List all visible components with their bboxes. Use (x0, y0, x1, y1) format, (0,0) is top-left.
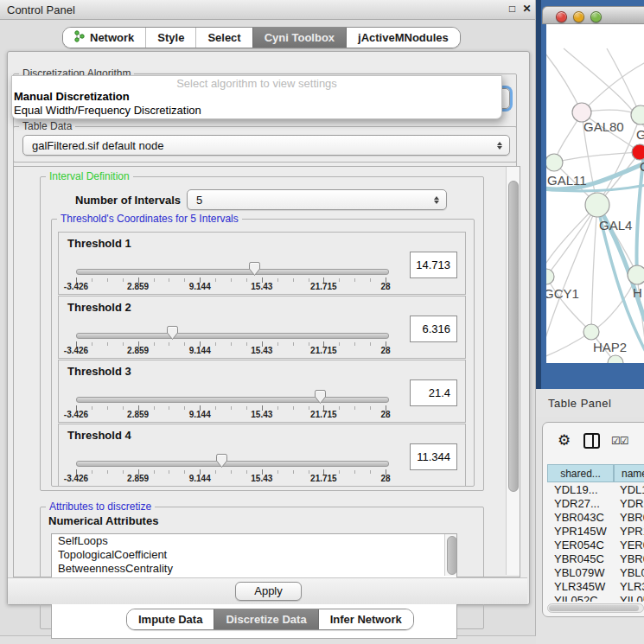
attributes-list-scrollbar[interactable] (444, 534, 456, 576)
slider-tick (339, 342, 340, 346)
settings-vertical-scrollbar[interactable] (506, 167, 520, 575)
network-node-node-g[interactable] (631, 105, 644, 124)
column-header-shared-name[interactable]: shared... (547, 464, 614, 482)
control-panel-title: Control Panel (7, 3, 75, 16)
slider-tick (154, 342, 155, 346)
slider-tick (339, 470, 340, 474)
network-edge[interactable] (607, 48, 641, 115)
threshold-value-field[interactable]: 21.4 (410, 379, 457, 406)
slider-tick (309, 342, 309, 346)
threshold-slider-track[interactable] (76, 269, 389, 275)
network-edge[interactable] (546, 48, 582, 112)
network-edge[interactable] (582, 62, 644, 112)
slider-tick (246, 342, 247, 346)
tab-cyni-toolbox[interactable]: Cyni Toolbox (252, 28, 346, 48)
table-data-combobox[interactable]: galFiltered.sif default node (22, 135, 510, 156)
column-chooser-icon[interactable] (583, 433, 600, 449)
threshold-slider-handle[interactable] (314, 389, 327, 405)
slider-tick-label: 2.859 (127, 410, 149, 419)
algorithm-option-equal-width[interactable]: Equal Width/Frequency Discretization (12, 104, 501, 118)
slider-tick (169, 342, 169, 346)
slider-tick (92, 278, 92, 282)
cell-shared-name: YDR27... (554, 497, 600, 510)
slider-tick (354, 342, 355, 346)
tab-discretize-data[interactable]: Discretize Data (214, 609, 317, 629)
mac-minimize-button[interactable] (573, 11, 584, 22)
slider-tick-label: 2.859 (127, 282, 149, 291)
slider-tick (215, 470, 216, 474)
cell-shared-name: YER054C (554, 539, 604, 552)
cell-shared-name: YLR345W (554, 580, 605, 593)
float-window-icon[interactable]: □ (506, 3, 519, 16)
threshold-label: Threshold 1 (67, 237, 131, 250)
column-header-name[interactable]: name (614, 464, 644, 482)
cell-shared-name: YIL052C (554, 594, 598, 602)
threshold-slider-handle[interactable] (248, 261, 261, 277)
slider-tick-label: 9.144 (189, 410, 211, 419)
slider-tick-label: 15.43 (251, 282, 272, 291)
threshold-slider-track[interactable] (76, 333, 389, 339)
mac-close-button[interactable] (556, 11, 567, 22)
cell-name: YBL07 (620, 566, 644, 579)
network-canvas[interactable]: GAL80GCGAL11GAL4GCY1HHAP2 (546, 24, 644, 363)
threshold-value-field[interactable]: 11.344 (410, 443, 457, 470)
slider-tick-label: 28 (380, 474, 390, 483)
slider-tick-label: 21.715 (310, 346, 337, 355)
slider-tick (354, 406, 355, 410)
tab-impute-data[interactable]: Impute Data (127, 609, 214, 629)
numerical-attributes-heading: Numerical Attributes (48, 514, 158, 527)
tab-style[interactable]: Style (145, 28, 195, 48)
threshold-label: Threshold 3 (67, 365, 131, 378)
network-node-GAL4[interactable] (585, 193, 609, 217)
slider-tick (154, 278, 155, 282)
network-edge[interactable] (591, 205, 597, 332)
network-node-node-red[interactable] (632, 144, 644, 160)
network-node-HAP2[interactable] (583, 324, 599, 340)
slider-tick (370, 342, 371, 346)
control-panel-titlebar: Control Panel □ ✕ (0, 0, 535, 20)
network-node-node-h[interactable] (628, 265, 644, 284)
network-node-GCY1[interactable] (546, 269, 554, 284)
slider-tick (107, 470, 108, 474)
threshold-value-field[interactable]: 6.316 (410, 316, 457, 342)
tab-select[interactable]: Select (195, 28, 252, 48)
apply-bar: Apply (8, 577, 527, 604)
attribute-list-item[interactable]: SelfLoops (52, 534, 456, 548)
tab-jactivemnodules[interactable]: jActiveMNodules (346, 28, 460, 48)
threshold-value-field[interactable]: 14.713 (410, 252, 457, 278)
network-node-label: GAL11 (547, 173, 587, 188)
slider-tick (231, 278, 232, 282)
network-node-GAL11[interactable] (546, 154, 563, 171)
close-window-icon[interactable]: ✕ (520, 3, 533, 16)
threshold-slider-track[interactable] (76, 461, 389, 467)
slider-tick (123, 406, 124, 410)
threshold-slider-track[interactable] (76, 397, 389, 403)
table-settings-gear-icon[interactable]: ⚙ (558, 433, 571, 449)
threshold-slider-handle[interactable] (166, 325, 179, 341)
attribute-list-item[interactable]: TopologicalCoefficient (52, 548, 456, 562)
slider-tick (107, 406, 108, 410)
network-edge[interactable] (546, 277, 591, 332)
algorithm-option-manual[interactable]: Manual Discretization (12, 90, 501, 104)
network-edge[interactable] (554, 152, 640, 163)
slider-tick-label: -3.426 (64, 346, 88, 355)
slider-tick (215, 342, 216, 346)
table-data-group: Table Data galFiltered.sif default node (13, 126, 517, 163)
tab-infer-network[interactable]: Infer Network (318, 609, 413, 629)
attribute-list-item[interactable]: BetweennessCentrality (52, 562, 456, 576)
table-horizontal-scrollbar[interactable] (547, 603, 644, 613)
threshold-1-box: Threshold 1-3.4262.8599.14415.4321.71528… (58, 232, 466, 295)
network-edge[interactable] (591, 275, 637, 332)
network-node-label: GAL80 (583, 119, 624, 134)
table-panel-header: Table Panel (536, 389, 644, 418)
threshold-label: Threshold 2 (67, 301, 131, 314)
threshold-slider-handle[interactable] (215, 453, 228, 469)
tab-network[interactable]: Network (63, 28, 145, 48)
apply-button[interactable]: Apply (235, 582, 302, 601)
mac-zoom-button[interactable] (590, 11, 602, 22)
tab-label: Cyni Toolbox (265, 31, 335, 44)
select-columns-icons[interactable]: ☑☑ (611, 435, 628, 447)
control-panel-window: Control Panel □ ✕ NetworkStyleSelectCyni… (0, 0, 536, 636)
number-of-intervals-combobox[interactable]: 5 (187, 189, 447, 210)
slider-tick-label: 9.144 (189, 346, 211, 355)
